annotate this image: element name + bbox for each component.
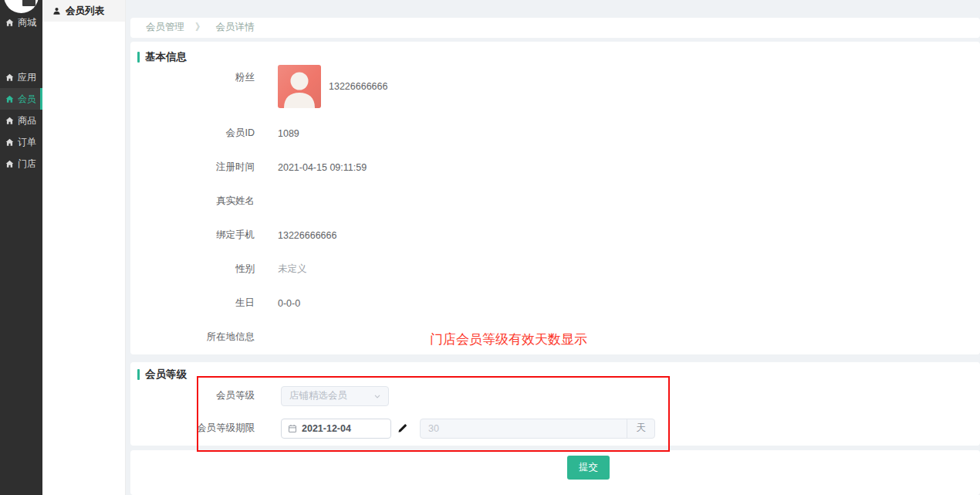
- breadcrumb: 会员管理 》 会员详情: [130, 18, 980, 38]
- member-level-select[interactable]: 店铺精选会员: [281, 386, 389, 406]
- breadcrumb-member-detail: 会员详情: [216, 21, 255, 34]
- sidebar-item-label: 门店: [18, 158, 36, 171]
- field-label: 所在地信息: [130, 331, 255, 344]
- member-detail-page: 商城 应用 会员 商品 订单 门店: [0, 0, 980, 495]
- valid-days-group: 30 天: [420, 419, 655, 439]
- field-row-register-time: 注册时间 2021-04-15 09:11:59: [130, 151, 980, 185]
- field-label: 会员ID: [130, 127, 255, 140]
- avatar: [278, 65, 321, 108]
- field-row-location: 所在地信息: [130, 320, 980, 354]
- field-label: 会员等级: [130, 389, 255, 402]
- chevron-down-icon: [373, 392, 382, 401]
- user-icon: [52, 7, 61, 15]
- field-label: 会员等级期限: [130, 422, 255, 435]
- level-select-row: 会员等级 店铺精选会员: [130, 380, 980, 412]
- field-value: 未定义: [278, 263, 307, 276]
- basic-info-header: 基本信息: [130, 51, 980, 63]
- basic-info-fields: 会员ID 1089 注册时间 2021-04-15 09:11:59 真实姓名 …: [130, 117, 980, 354]
- home-icon: [5, 19, 14, 27]
- field-value: 2021-04-15 09:11:59: [278, 162, 367, 173]
- member-level-select-value: 店铺精选会员: [289, 389, 347, 402]
- pencil-icon[interactable]: [397, 423, 407, 433]
- basic-info-card: 基本信息 粉丝 13226666666 会员ID 10: [130, 42, 980, 354]
- home-icon: [5, 160, 14, 168]
- home-icon: [5, 117, 14, 125]
- field-row-real-name: 真实姓名: [130, 185, 980, 219]
- member-level-card: 会员等级 会员等级 店铺精选会员 会员等级期限 2021-12-04: [130, 362, 980, 446]
- section-title: 基本信息: [145, 50, 187, 64]
- field-row-bound-phone: 绑定手机 13226666666: [130, 219, 980, 253]
- home-icon: [5, 138, 14, 147]
- member-level-header: 会员等级: [130, 369, 980, 380]
- field-label: 注册时间: [130, 161, 255, 174]
- submit-button[interactable]: 提交: [567, 456, 610, 480]
- primary-nav: 商城 应用 会员 商品 订单 门店: [0, 0, 42, 175]
- sidebar-item-label: 订单: [18, 136, 36, 149]
- secondary-sidebar: 会员列表: [42, 0, 126, 495]
- fan-phone: 13226666666: [329, 81, 387, 92]
- expiry-date-value: 2021-12-04: [302, 423, 351, 434]
- field-row-gender: 性别 未定义: [130, 253, 980, 286]
- expiry-date-input[interactable]: 2021-12-04: [281, 419, 391, 439]
- level-expiry-row: 会员等级期限 2021-12-04 30 天: [130, 412, 980, 445]
- valid-days-input[interactable]: 30: [421, 419, 627, 438]
- fan-row: 粉丝 13226666666: [130, 65, 980, 108]
- sidebar-item-mall[interactable]: 商城: [0, 12, 42, 33]
- sidebar-item-member[interactable]: 会员: [0, 88, 42, 110]
- footer-card: 提交: [130, 450, 980, 495]
- field-label: 真实姓名: [130, 195, 255, 208]
- primary-sidebar: 商城 应用 会员 商品 订单 门店: [0, 0, 42, 495]
- calendar-icon: [288, 424, 297, 433]
- sidebar-item-label: 应用: [18, 71, 36, 84]
- main-content: 会员管理 》 会员详情 基本信息 粉丝 13226666: [126, 0, 980, 495]
- sidebar-item-apps[interactable]: 应用: [0, 66, 42, 88]
- field-label: 粉丝: [130, 65, 255, 108]
- sidebar-item-label: 商城: [18, 16, 36, 29]
- submenu-item-label: 会员列表: [66, 5, 104, 18]
- field-value: 1089: [278, 128, 299, 139]
- section-accent-bar: [137, 369, 140, 380]
- home-icon: [5, 95, 14, 103]
- field-label: 性别: [130, 263, 255, 276]
- fan-media: 13226666666: [278, 65, 387, 108]
- section-title: 会员等级: [145, 368, 187, 381]
- field-label: 生日: [130, 297, 255, 310]
- sidebar-item-goods[interactable]: 商品: [0, 110, 42, 131]
- sidebar-item-label: 商品: [18, 114, 36, 127]
- breadcrumb-separator: 》: [195, 21, 205, 34]
- sidebar-item-stores[interactable]: 门店: [0, 153, 42, 175]
- field-row-birthday: 生日 0-0-0: [130, 286, 980, 320]
- person-silhouette-icon: [278, 65, 321, 108]
- field-label: 绑定手机: [130, 229, 255, 242]
- section-accent-bar: [137, 52, 140, 63]
- sidebar-item-label: 会员: [18, 93, 36, 106]
- field-value: 13226666666: [278, 230, 336, 241]
- sidebar-spacer: [0, 33, 42, 66]
- field-row-member-id: 会员ID 1089: [130, 117, 980, 151]
- logo-mark: [22, 0, 35, 6]
- home-icon: [5, 73, 14, 82]
- breadcrumb-member-management[interactable]: 会员管理: [146, 21, 184, 34]
- valid-days-unit: 天: [627, 419, 654, 438]
- field-value: 0-0-0: [278, 298, 300, 309]
- submenu-item-member-list[interactable]: 会员列表: [42, 0, 125, 22]
- sidebar-item-orders[interactable]: 订单: [0, 131, 42, 153]
